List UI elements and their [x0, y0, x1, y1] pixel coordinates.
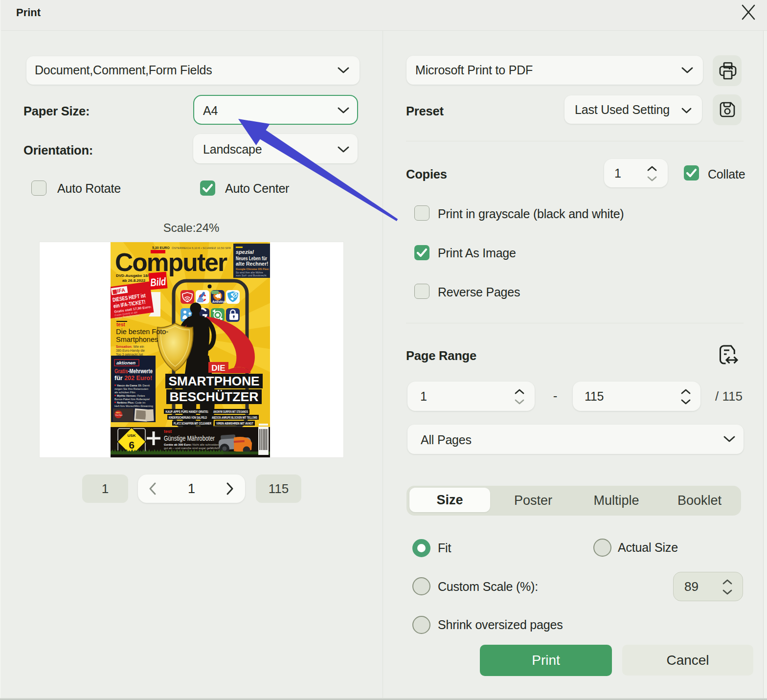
svg-text:ANONYM SURFEN MIT STEGANOS: ANONYM SURFEN MIT STEGANOS [213, 410, 248, 413]
svg-text:NEU:: NEU: [116, 411, 121, 414]
svg-text:Geräte ab 300 Euro: Nicht alle: Geräte ab 300 Euro: Nicht alle schneiden [164, 443, 219, 446]
svg-text:ab 26.8.2022: ab 26.8.2022 [122, 278, 146, 283]
svg-text:Die besten Foto-: Die besten Foto- [116, 328, 168, 336]
svg-text:Antivirus: Antivirus [212, 300, 226, 303]
svg-text:Computer: Computer [115, 248, 227, 276]
svg-text:als schicken Film: als schicken Film [114, 391, 135, 394]
svg-text:ABZOCK-ANRUFE BLOCKEN MIT TELL: ABZOCK-ANRUFE BLOCKEN MIT TELLOWS [212, 416, 257, 419]
svg-text:Vasco da Gama 15: Damit: Vasco da Gama 15: Damit [117, 384, 150, 387]
svg-text:Gratis-Mehrwerte: Gratis-Mehrwerte [114, 368, 153, 375]
svg-text:380-Euro-Handy die: 380-Euro-Handy die [116, 349, 145, 353]
svg-text:alte Rechner!: alte Rechner! [236, 261, 269, 267]
svg-text:für 202 Euro!: für 202 Euro! [114, 375, 152, 382]
svg-text:spezial: spezial [236, 249, 254, 255]
svg-text:gut ab – und manche sind sogar: gut ab – und manche sind sogar gefährlic… [164, 447, 219, 450]
svg-text:Smartphones: Smartphones [116, 336, 158, 343]
svg-text:PLATZ SCHAFFEN MIT CCLEANER: PLATZ SCHAFFEN MIT CCLEANER [174, 422, 211, 425]
svg-text:6: 6 [129, 439, 135, 451]
svg-text:KINDERSICHERUNG VON SALFELD: KINDERSICHERUNG VON SALFELD [169, 416, 207, 419]
svg-text:Mythic Heroes: Fettes: Mythic Heroes: Fettes [117, 394, 145, 397]
svg-text:zeigen Sie Ihre Reiserouten: zeigen Sie Ihre Reiserouten [114, 387, 148, 390]
svg-text:zum Surf- und Buroknecht: zum Surf- und Buroknecht [236, 274, 267, 277]
svg-text:USK: USK [128, 433, 136, 438]
svg-text:Bild: Bild [150, 275, 166, 289]
svg-text:Bonus-Paket fürs Rollenspiel: Bonus-Paket fürs Rollenspiel [114, 398, 150, 401]
svg-text:aktionen: aktionen [116, 360, 135, 365]
svg-text:Google Chrome OS Flex:: Google Chrome OS Flex: [236, 268, 270, 271]
svg-text:test: test [116, 322, 125, 327]
svg-text:Heft fürs Wunschfilm-Streaming: Heft fürs Wunschfilm-Streaming [114, 405, 153, 407]
svg-text:Netkino Plus: Code im: Netkino Plus: Code im [117, 401, 145, 404]
svg-text:test: test [164, 429, 172, 434]
svg-text:DIE: DIE [211, 363, 225, 373]
svg-text:KAUF-APPS FÜRS HANDY GRATIS:: KAUF-APPS FÜRS HANDY GRATIS: [166, 409, 209, 413]
svg-text:BESCHÜTZER: BESCHÜTZER [170, 389, 259, 404]
svg-text:SMARTPHONE: SMARTPHONE [169, 374, 260, 388]
svg-text:Günstige Mähroboter: Günstige Mähroboter [164, 434, 215, 442]
svg-text:Sensation: Wie ein: Sensation: Wie ein [116, 345, 144, 348]
svg-text:Film-Paket: Film-Paket [115, 414, 123, 416]
svg-text:VIREN ABWEHREN MIT AVAST: VIREN ABWEHREN MIT AVAST [216, 422, 253, 425]
